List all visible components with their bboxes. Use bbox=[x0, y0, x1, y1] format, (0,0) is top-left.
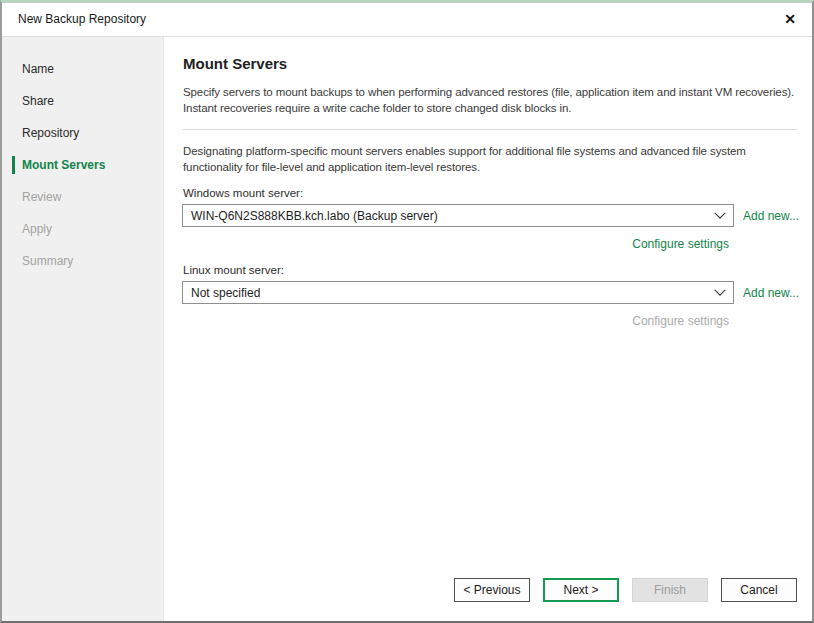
sidebar-item-label: Mount Servers bbox=[22, 158, 105, 172]
sidebar-item-label: Review bbox=[22, 190, 61, 204]
windows-mount-server-select[interactable]: WIN-Q6N2S888KBB.kch.labo (Backup server) bbox=[182, 204, 734, 227]
linux-mount-server-label: Linux mount server: bbox=[183, 264, 284, 276]
chevron-down-icon bbox=[714, 207, 725, 218]
close-icon[interactable]: ✕ bbox=[780, 9, 800, 29]
sidebar-item-label: Name bbox=[22, 62, 54, 76]
sidebar-item-repository[interactable]: Repository bbox=[2, 117, 163, 149]
linux-mount-server-select[interactable]: Not specified bbox=[182, 281, 734, 304]
linux-mount-server-value: Not specified bbox=[191, 286, 260, 300]
windows-configure-settings-link[interactable]: Configure settings bbox=[632, 237, 729, 251]
windows-mount-server-label: Windows mount server: bbox=[183, 187, 303, 199]
linux-add-new-link[interactable]: Add new... bbox=[743, 286, 799, 300]
sidebar-item-mount-servers[interactable]: Mount Servers bbox=[2, 149, 163, 181]
sidebar-item-label: Apply bbox=[22, 222, 52, 236]
sidebar-item-label: Summary bbox=[22, 254, 73, 268]
sidebar-item-apply: Apply bbox=[2, 213, 163, 245]
title-bar: New Backup Repository ✕ bbox=[2, 3, 812, 37]
next-button[interactable]: Next > bbox=[543, 578, 619, 602]
sidebar-item-name[interactable]: Name bbox=[2, 53, 163, 85]
sidebar-item-label: Repository bbox=[22, 126, 79, 140]
windows-add-new-link[interactable]: Add new... bbox=[743, 209, 799, 223]
page-title: Mount Servers bbox=[183, 55, 287, 72]
active-step-indicator bbox=[12, 156, 15, 174]
new-backup-repository-dialog: New Backup Repository ✕ Name Share Repos… bbox=[0, 0, 814, 623]
chevron-down-icon bbox=[714, 284, 725, 295]
sidebar-item-label: Share bbox=[22, 94, 54, 108]
previous-button[interactable]: < Previous bbox=[454, 578, 530, 602]
sidebar-item-review: Review bbox=[2, 181, 163, 213]
wizard-footer-buttons: < Previous Next > Finish Cancel bbox=[454, 578, 797, 602]
mount-servers-note: Designating platform-specific mount serv… bbox=[183, 144, 799, 175]
section-divider bbox=[183, 129, 797, 130]
windows-mount-server-value: WIN-Q6N2S888KBB.kch.labo (Backup server) bbox=[191, 209, 438, 223]
wizard-steps-sidebar: Name Share Repository Mount Servers Revi… bbox=[2, 37, 164, 621]
linux-configure-settings-link: Configure settings bbox=[632, 314, 729, 328]
finish-button: Finish bbox=[632, 578, 708, 602]
cancel-button[interactable]: Cancel bbox=[721, 578, 797, 602]
sidebar-item-summary: Summary bbox=[2, 245, 163, 277]
sidebar-item-share[interactable]: Share bbox=[2, 85, 163, 117]
window-title: New Backup Repository bbox=[18, 12, 146, 26]
page-description: Specify servers to mount backups to when… bbox=[183, 85, 799, 116]
